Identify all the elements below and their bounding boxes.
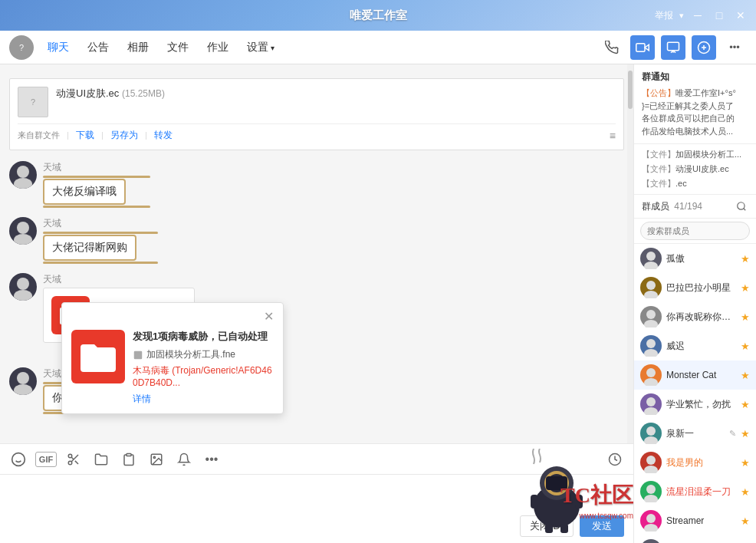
file-card-bottom: 来自群文件 下载 另存为 转发 ≡ [18,123,616,142]
phone-icon[interactable] [600,35,624,60]
clipboard-button[interactable] [118,449,140,470]
member-avatar-6 [640,393,662,415]
member-avatar-3 [640,306,662,327]
member-name-5: Monster Cat [666,370,736,380]
close-button[interactable]: ✕ [733,8,748,23]
file-link-3: 【文件】.ec [642,176,748,191]
file-tag-3: 【文件】 [642,179,675,188]
member-item-11[interactable]: 凉颜 [634,535,756,543]
member-item-3[interactable]: 你再改昵称你是鬼 ★ [634,302,756,331]
member-item-2[interactable]: 巴拉巴拉小明星 ★ [634,273,756,302]
message-row-1: 天域 大佬反编译哦 [0,156,633,212]
msg-content-2: 天域 大佬记得断网购 [43,217,158,264]
member-pencil-7: ✎ [729,429,736,439]
members-title: 群成员 41/194 [642,200,702,213]
member-name-1: 孤傲 [666,252,736,265]
folder-button[interactable] [90,449,112,470]
menu-file[interactable]: 文件 [159,36,196,59]
menu-right: ••• [600,35,747,60]
member-item-5[interactable]: Monster Cat ★ [634,360,756,390]
member-search-input[interactable] [640,222,750,240]
alert-close-button[interactable]: ✕ [264,309,274,324]
member-item-6[interactable]: 学业繁忙，勿扰 ★ [634,390,756,419]
video-icon[interactable] [630,35,655,60]
minimize-button[interactable]: ─ [690,8,705,23]
menu-album[interactable]: 相册 [120,36,156,59]
member-name-3: 你再改昵称你是鬼 [666,311,736,324]
scrollbar-thumb[interactable] [628,71,633,109]
member-item-10[interactable]: Streamer ★ [634,506,756,535]
send-button[interactable]: 发送 [580,515,624,537]
alert-body: 发现1项病毒威胁，已自动处理 加固模块分析工具.fne 木马病毒 (Trojan… [62,330,283,413]
more-toolbar-button[interactable]: ••• [201,449,222,470]
clock-button[interactable] [604,449,626,470]
bell-button[interactable] [173,449,195,470]
image-button[interactable] [146,449,167,470]
emoji-button[interactable] [8,449,29,470]
member-item-8[interactable]: 我是男的 ★ [634,448,756,477]
scroll-bottom-2 [43,262,158,264]
download-link[interactable]: 下载 [76,129,94,142]
maximize-button[interactable]: □ [712,8,727,23]
member-name-7: 泉新一 [666,427,725,440]
member-item-1[interactable]: 孤傲 ★ [634,244,756,273]
scrollbar-track[interactable] [627,64,633,443]
member-item-4[interactable]: 威迟 ★ [634,331,756,360]
scissors-button[interactable] [63,449,84,470]
file-links: 【文件】加固模块分析工... 【文件】动漫UI皮肤.ec 【文件】.ec [634,144,756,195]
more-icon[interactable]: ••• [722,35,747,60]
file-more-btn[interactable]: ≡ [610,130,616,142]
avatar-tianyu-3 [9,273,37,301]
member-star-9: ★ [741,486,750,498]
member-item-9[interactable]: 流星泪温柔一刀 ★ [634,477,756,506]
svg-line-24 [71,457,74,459]
svg-point-10 [14,234,32,245]
close-button[interactable]: 关闭(D) [520,515,574,537]
svg-point-12 [14,290,32,301]
report-button[interactable]: 举报 [655,9,673,22]
bubble-text-2: 大佬记得断网购 [43,235,136,261]
svg-point-49 [646,514,656,523]
svg-line-23 [75,460,78,463]
member-avatar-7 [640,423,662,444]
menu-settings[interactable]: 设置 [239,36,282,59]
svg-point-7 [17,166,29,178]
gif-button[interactable]: GIF [35,452,57,467]
bubble-text-1: 大佬反编译哦 [43,179,126,205]
messages-container: ? 动漫UI皮肤.ec (15.25MB) 来自群文件 下载 另存为 [0,64,633,443]
forward-link[interactable]: 转发 [154,129,173,142]
member-search-button[interactable] [735,199,748,213]
save-as-link[interactable]: 另存为 [110,129,138,142]
menu-notice[interactable]: 公告 [80,36,117,59]
alert-detail-link[interactable]: 详情 [133,393,274,406]
notice-content: 【公告】唯爱工作室I+°s°}=已经正解其之委人员了各位群成员可以把自己的作品发… [642,87,748,137]
member-avatar-11 [640,539,662,543]
member-name-9: 流星泪温柔一刀 [666,485,736,499]
member-name-6: 学业繁忙，勿扰 [666,398,736,411]
member-star-10: ★ [741,515,750,527]
share-icon[interactable] [661,35,685,60]
titlebar: 唯爱工作室 举报 ▾ ─ □ ✕ [0,0,756,31]
menu-homework[interactable]: 作业 [199,36,236,59]
user-avatar[interactable]: ? [9,35,34,60]
svg-point-44 [644,436,658,444]
virus-alert-popup: ✕ 发现1项病毒威胁，已自动处理 加固模块分析工具.fne [61,302,284,414]
sender-name-1: 天域 [43,161,150,174]
scroll-top-1 [43,176,150,178]
add-icon[interactable] [692,35,716,60]
svg-point-42 [644,407,658,415]
message-input[interactable] [9,481,624,512]
alert-title: 发现1项病毒威胁，已自动处理 [133,330,274,344]
member-avatar-2 [640,277,662,298]
menu-chat[interactable]: 聊天 [40,36,77,59]
member-avatar-5 [640,364,662,386]
avatar-tianyu-4 [9,367,37,395]
member-item-7[interactable]: 泉新一 ✎ ★ [634,419,756,448]
file-thumbnail: ? [18,87,48,117]
input-actions: 关闭(D) 发送 [9,512,624,537]
svg-point-27 [153,456,155,458]
svg-point-40 [644,378,658,386]
avatar-tianyu-2 [9,217,37,245]
file-size: (15.25MB) [122,88,165,99]
svg-point-48 [644,495,658,502]
